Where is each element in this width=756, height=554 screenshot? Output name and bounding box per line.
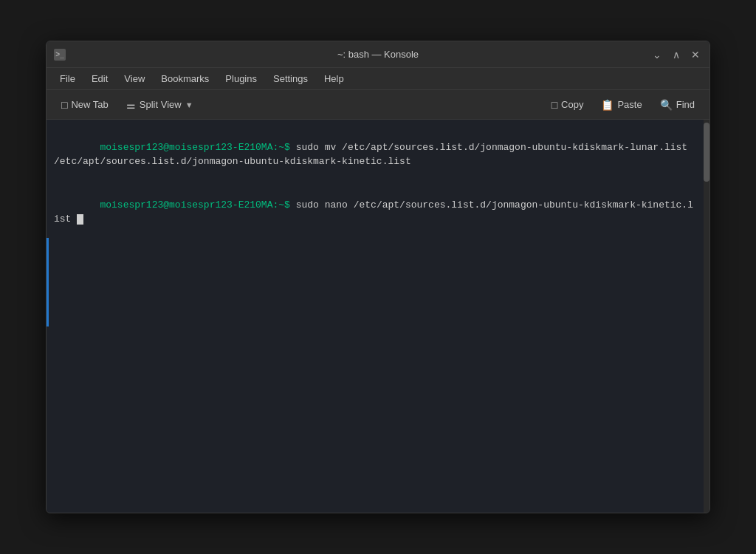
menu-edit[interactable]: Edit xyxy=(84,70,115,87)
title-bar-left: >_ xyxy=(54,49,66,61)
selection-indicator xyxy=(47,238,49,326)
menu-settings[interactable]: Settings xyxy=(266,70,315,87)
terminal[interactable]: moisespr123@moisespr123-E210MA:~$ sudo m… xyxy=(47,120,704,513)
toolbar-right: □ Copy 📋 Paste 🔍 Find xyxy=(544,95,702,114)
title-bar: >_ ~: bash — Konsole ⌄ ∧ ✕ xyxy=(47,41,709,68)
konsole-window: >_ ~: bash — Konsole ⌄ ∧ ✕ File Edit Vie… xyxy=(46,41,710,513)
split-view-icon: ⚌ xyxy=(126,99,136,111)
find-label: Find xyxy=(676,99,695,110)
new-tab-icon: □ xyxy=(61,99,67,111)
terminal-line-2: moisespr123@moisespr123-E210MA:~$ sudo n… xyxy=(54,183,696,241)
split-view-button[interactable]: ⚌ Split View ▼ xyxy=(119,95,201,114)
paste-button[interactable]: 📋 Paste xyxy=(594,95,649,114)
copy-label: Copy xyxy=(561,99,583,110)
menu-plugins[interactable]: Plugins xyxy=(218,70,264,87)
terminal-container: moisespr123@moisespr123-E210MA:~$ sudo m… xyxy=(47,120,709,513)
menu-view[interactable]: View xyxy=(117,70,152,87)
terminal-prompt-2: moisespr123@moisespr123-E210MA:~$ xyxy=(100,199,289,211)
new-tab-label: New Tab xyxy=(71,99,108,110)
menu-help[interactable]: Help xyxy=(317,70,351,87)
scrollbar-thumb[interactable] xyxy=(704,123,709,182)
terminal-prompt-1: moisespr123@moisespr123-E210MA:~$ xyxy=(100,142,289,153)
new-tab-button[interactable]: □ New Tab xyxy=(54,95,116,114)
minimize-button[interactable]: ⌄ xyxy=(650,48,664,61)
find-button[interactable]: 🔍 Find xyxy=(653,95,702,114)
search-icon: 🔍 xyxy=(660,99,673,111)
paste-icon: 📋 xyxy=(601,99,614,111)
maximize-button[interactable]: ∧ xyxy=(670,48,683,61)
toolbar: □ New Tab ⚌ Split View ▼ □ Copy 📋 Paste … xyxy=(47,90,709,120)
close-button[interactable]: ✕ xyxy=(689,48,702,61)
terminal-cursor xyxy=(77,214,83,225)
chevron-down-icon: ▼ xyxy=(185,100,193,109)
copy-icon: □ xyxy=(551,99,557,111)
terminal-line-1: moisespr123@moisespr123-E210MA:~$ sudo m… xyxy=(54,126,696,183)
menu-file[interactable]: File xyxy=(52,70,83,87)
menu-bar: File Edit View Bookmarks Plugins Setting… xyxy=(47,68,709,90)
scrollbar[interactable] xyxy=(704,120,709,513)
paste-label: Paste xyxy=(617,99,642,110)
window-controls: ⌄ ∧ ✕ xyxy=(650,48,702,61)
menu-bookmarks[interactable]: Bookmarks xyxy=(154,70,216,87)
terminal-icon: >_ xyxy=(54,49,66,61)
copy-button[interactable]: □ Copy xyxy=(544,95,591,114)
split-view-label: Split View xyxy=(140,99,182,110)
window-title: ~: bash — Konsole xyxy=(337,49,419,60)
